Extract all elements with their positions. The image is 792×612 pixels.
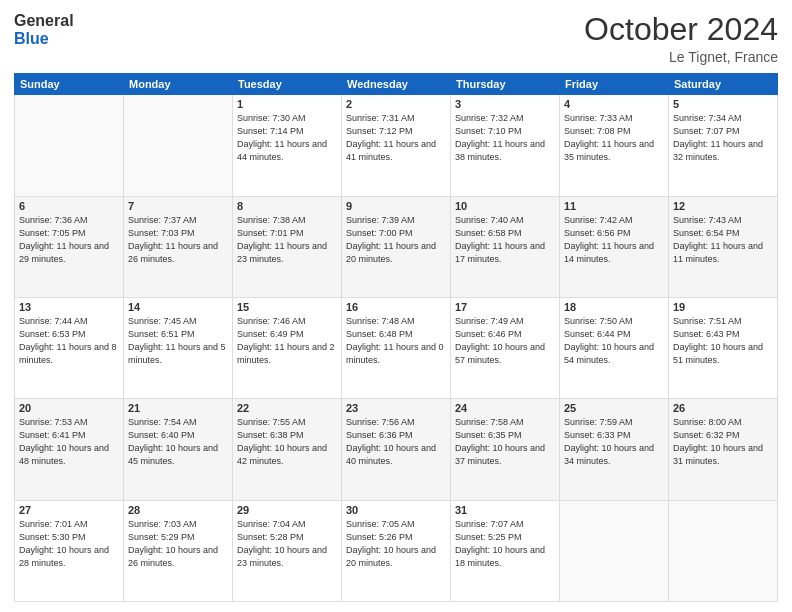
day-info: Sunrise: 7:31 AMSunset: 7:12 PMDaylight:…	[346, 112, 446, 164]
page: General Blue General Blue October 2024 L…	[0, 0, 792, 612]
calendar-cell: 13Sunrise: 7:44 AMSunset: 6:53 PMDayligh…	[15, 297, 124, 398]
day-info: Sunrise: 7:58 AMSunset: 6:35 PMDaylight:…	[455, 416, 555, 468]
day-number: 5	[673, 98, 773, 110]
day-info: Sunrise: 7:30 AMSunset: 7:14 PMDaylight:…	[237, 112, 337, 164]
logo-general: General	[14, 12, 74, 30]
calendar-week-row: 1Sunrise: 7:30 AMSunset: 7:14 PMDaylight…	[15, 95, 778, 196]
calendar-cell: 20Sunrise: 7:53 AMSunset: 6:41 PMDayligh…	[15, 399, 124, 500]
day-number: 9	[346, 200, 446, 212]
calendar-cell: 26Sunrise: 8:00 AMSunset: 6:32 PMDayligh…	[669, 399, 778, 500]
day-info: Sunrise: 7:05 AMSunset: 5:26 PMDaylight:…	[346, 518, 446, 570]
calendar-week-row: 27Sunrise: 7:01 AMSunset: 5:30 PMDayligh…	[15, 500, 778, 601]
calendar-cell: 10Sunrise: 7:40 AMSunset: 6:58 PMDayligh…	[451, 196, 560, 297]
col-header-wednesday: Wednesday	[342, 74, 451, 95]
day-info: Sunrise: 7:40 AMSunset: 6:58 PMDaylight:…	[455, 214, 555, 266]
day-info: Sunrise: 7:03 AMSunset: 5:29 PMDaylight:…	[128, 518, 228, 570]
calendar-cell	[669, 500, 778, 601]
calendar-cell: 14Sunrise: 7:45 AMSunset: 6:51 PMDayligh…	[124, 297, 233, 398]
calendar-header-row: SundayMondayTuesdayWednesdayThursdayFrid…	[15, 74, 778, 95]
day-number: 14	[128, 301, 228, 313]
col-header-friday: Friday	[560, 74, 669, 95]
calendar-week-row: 20Sunrise: 7:53 AMSunset: 6:41 PMDayligh…	[15, 399, 778, 500]
calendar-cell: 24Sunrise: 7:58 AMSunset: 6:35 PMDayligh…	[451, 399, 560, 500]
day-number: 17	[455, 301, 555, 313]
day-info: Sunrise: 7:53 AMSunset: 6:41 PMDaylight:…	[19, 416, 119, 468]
calendar-cell: 9Sunrise: 7:39 AMSunset: 7:00 PMDaylight…	[342, 196, 451, 297]
day-info: Sunrise: 7:32 AMSunset: 7:10 PMDaylight:…	[455, 112, 555, 164]
day-number: 12	[673, 200, 773, 212]
calendar-cell: 18Sunrise: 7:50 AMSunset: 6:44 PMDayligh…	[560, 297, 669, 398]
day-number: 18	[564, 301, 664, 313]
col-header-thursday: Thursday	[451, 74, 560, 95]
day-number: 31	[455, 504, 555, 516]
day-number: 23	[346, 402, 446, 414]
calendar-cell	[124, 95, 233, 196]
day-number: 24	[455, 402, 555, 414]
day-number: 28	[128, 504, 228, 516]
calendar-cell: 2Sunrise: 7:31 AMSunset: 7:12 PMDaylight…	[342, 95, 451, 196]
calendar-week-row: 13Sunrise: 7:44 AMSunset: 6:53 PMDayligh…	[15, 297, 778, 398]
day-number: 2	[346, 98, 446, 110]
month-title: October 2024	[584, 12, 778, 47]
calendar-cell: 3Sunrise: 7:32 AMSunset: 7:10 PMDaylight…	[451, 95, 560, 196]
calendar-cell: 25Sunrise: 7:59 AMSunset: 6:33 PMDayligh…	[560, 399, 669, 500]
calendar-cell: 23Sunrise: 7:56 AMSunset: 6:36 PMDayligh…	[342, 399, 451, 500]
day-number: 11	[564, 200, 664, 212]
day-info: Sunrise: 7:59 AMSunset: 6:33 PMDaylight:…	[564, 416, 664, 468]
day-number: 3	[455, 98, 555, 110]
logo-blue: Blue	[14, 30, 74, 48]
day-info: Sunrise: 7:42 AMSunset: 6:56 PMDaylight:…	[564, 214, 664, 266]
day-number: 22	[237, 402, 337, 414]
day-info: Sunrise: 7:07 AMSunset: 5:25 PMDaylight:…	[455, 518, 555, 570]
calendar-cell: 1Sunrise: 7:30 AMSunset: 7:14 PMDaylight…	[233, 95, 342, 196]
day-info: Sunrise: 7:56 AMSunset: 6:36 PMDaylight:…	[346, 416, 446, 468]
calendar-cell: 21Sunrise: 7:54 AMSunset: 6:40 PMDayligh…	[124, 399, 233, 500]
day-info: Sunrise: 7:43 AMSunset: 6:54 PMDaylight:…	[673, 214, 773, 266]
day-number: 6	[19, 200, 119, 212]
calendar-cell: 29Sunrise: 7:04 AMSunset: 5:28 PMDayligh…	[233, 500, 342, 601]
day-number: 19	[673, 301, 773, 313]
day-info: Sunrise: 7:46 AMSunset: 6:49 PMDaylight:…	[237, 315, 337, 367]
calendar-cell: 11Sunrise: 7:42 AMSunset: 6:56 PMDayligh…	[560, 196, 669, 297]
calendar-cell: 28Sunrise: 7:03 AMSunset: 5:29 PMDayligh…	[124, 500, 233, 601]
title-block: October 2024 Le Tignet, France	[584, 12, 778, 65]
day-info: Sunrise: 8:00 AMSunset: 6:32 PMDaylight:…	[673, 416, 773, 468]
day-info: Sunrise: 7:01 AMSunset: 5:30 PMDaylight:…	[19, 518, 119, 570]
day-number: 13	[19, 301, 119, 313]
calendar-cell: 8Sunrise: 7:38 AMSunset: 7:01 PMDaylight…	[233, 196, 342, 297]
day-number: 26	[673, 402, 773, 414]
day-info: Sunrise: 7:48 AMSunset: 6:48 PMDaylight:…	[346, 315, 446, 367]
day-info: Sunrise: 7:50 AMSunset: 6:44 PMDaylight:…	[564, 315, 664, 367]
calendar-table: SundayMondayTuesdayWednesdayThursdayFrid…	[14, 73, 778, 602]
day-info: Sunrise: 7:54 AMSunset: 6:40 PMDaylight:…	[128, 416, 228, 468]
day-number: 16	[346, 301, 446, 313]
day-info: Sunrise: 7:33 AMSunset: 7:08 PMDaylight:…	[564, 112, 664, 164]
col-header-tuesday: Tuesday	[233, 74, 342, 95]
day-number: 27	[19, 504, 119, 516]
calendar-cell	[15, 95, 124, 196]
day-number: 20	[19, 402, 119, 414]
calendar-cell: 17Sunrise: 7:49 AMSunset: 6:46 PMDayligh…	[451, 297, 560, 398]
calendar-week-row: 6Sunrise: 7:36 AMSunset: 7:05 PMDaylight…	[15, 196, 778, 297]
day-number: 25	[564, 402, 664, 414]
day-info: Sunrise: 7:39 AMSunset: 7:00 PMDaylight:…	[346, 214, 446, 266]
calendar-cell: 5Sunrise: 7:34 AMSunset: 7:07 PMDaylight…	[669, 95, 778, 196]
logo: General Blue General Blue	[14, 12, 74, 47]
day-number: 8	[237, 200, 337, 212]
calendar-cell: 6Sunrise: 7:36 AMSunset: 7:05 PMDaylight…	[15, 196, 124, 297]
calendar-cell: 4Sunrise: 7:33 AMSunset: 7:08 PMDaylight…	[560, 95, 669, 196]
calendar-cell: 16Sunrise: 7:48 AMSunset: 6:48 PMDayligh…	[342, 297, 451, 398]
day-number: 4	[564, 98, 664, 110]
header: General Blue General Blue October 2024 L…	[14, 12, 778, 65]
calendar-cell: 19Sunrise: 7:51 AMSunset: 6:43 PMDayligh…	[669, 297, 778, 398]
day-number: 29	[237, 504, 337, 516]
day-number: 7	[128, 200, 228, 212]
calendar-cell: 22Sunrise: 7:55 AMSunset: 6:38 PMDayligh…	[233, 399, 342, 500]
col-header-sunday: Sunday	[15, 74, 124, 95]
day-info: Sunrise: 7:51 AMSunset: 6:43 PMDaylight:…	[673, 315, 773, 367]
day-number: 10	[455, 200, 555, 212]
calendar-cell: 30Sunrise: 7:05 AMSunset: 5:26 PMDayligh…	[342, 500, 451, 601]
day-info: Sunrise: 7:45 AMSunset: 6:51 PMDaylight:…	[128, 315, 228, 367]
day-info: Sunrise: 7:34 AMSunset: 7:07 PMDaylight:…	[673, 112, 773, 164]
calendar-cell: 27Sunrise: 7:01 AMSunset: 5:30 PMDayligh…	[15, 500, 124, 601]
